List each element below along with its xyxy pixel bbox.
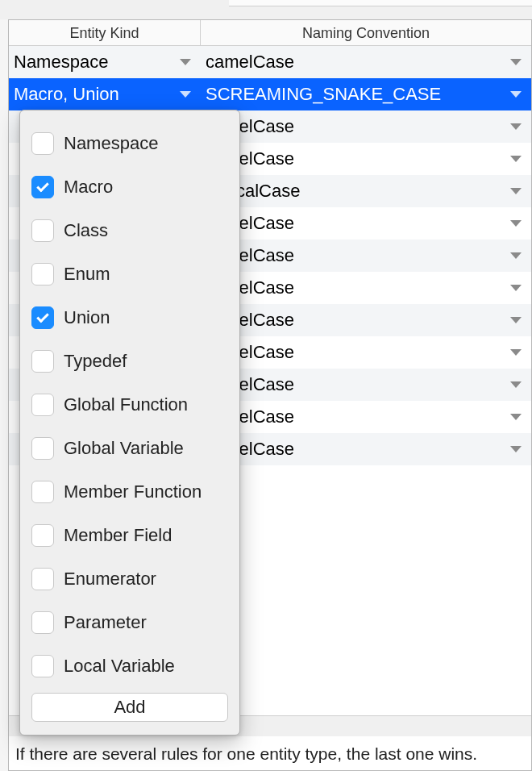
checkbox[interactable] bbox=[31, 524, 54, 547]
header-label: Naming Convention bbox=[302, 25, 430, 41]
option-label: Union bbox=[64, 307, 110, 328]
entity-kind-option[interactable]: Member Field bbox=[31, 514, 228, 557]
entity-kind-value: Macro, Union bbox=[14, 84, 119, 105]
table-header: Entity Kind Naming Convention bbox=[9, 20, 531, 46]
checkbox[interactable] bbox=[31, 176, 54, 198]
convention-cell[interactable]: SCREAMING_SNAKE_CASE bbox=[201, 78, 531, 110]
top-background bbox=[0, 0, 532, 19]
chevron-down-icon bbox=[510, 123, 522, 130]
footer-hint: If there are several rules for one entit… bbox=[15, 744, 477, 764]
entity-kind-option[interactable]: Local Variable bbox=[31, 644, 228, 688]
header-entity-kind[interactable]: Entity Kind bbox=[9, 20, 201, 45]
entity-kind-option[interactable]: Parameter bbox=[31, 601, 228, 644]
add-button-label: Add bbox=[114, 697, 145, 718]
convention-cell[interactable]: camelCase bbox=[201, 240, 531, 272]
chevron-down-icon bbox=[510, 220, 522, 227]
table-row[interactable]: Macro, UnionSCREAMING_SNAKE_CASE bbox=[9, 78, 531, 110]
entity-kind-option[interactable]: Global Function bbox=[31, 383, 228, 427]
option-label: Enumerator bbox=[64, 569, 156, 590]
convention-value: SCREAMING_SNAKE_CASE bbox=[206, 84, 441, 105]
convention-cell[interactable]: camelCase bbox=[201, 369, 531, 401]
checkbox[interactable] bbox=[31, 132, 54, 155]
chevron-down-icon bbox=[510, 349, 522, 356]
checkbox[interactable] bbox=[31, 568, 54, 590]
entity-kind-popup: NamespaceMacroClassEnumUnionTypedefGloba… bbox=[19, 110, 240, 736]
option-label: Namespace bbox=[64, 133, 158, 154]
entity-kind-option[interactable]: Class bbox=[31, 209, 228, 252]
entity-kind-option[interactable]: Union bbox=[31, 296, 228, 340]
chevron-down-icon bbox=[510, 317, 522, 323]
convention-cell[interactable]: camelCase bbox=[201, 207, 531, 240]
option-label: Local Variable bbox=[64, 656, 175, 677]
option-label: Enum bbox=[64, 264, 110, 285]
top-field-sliver bbox=[229, 0, 532, 6]
convention-cell[interactable]: camelCase bbox=[201, 110, 531, 143]
footer-hint-text: If there are several rules for one entit… bbox=[15, 744, 477, 763]
option-label: Member Field bbox=[64, 525, 172, 546]
entity-kind-cell[interactable]: Namespace bbox=[9, 46, 201, 78]
chevron-down-icon bbox=[510, 91, 522, 98]
entity-kind-cell[interactable]: Macro, Union bbox=[9, 78, 201, 110]
entity-kind-option[interactable]: Namespace bbox=[31, 122, 228, 165]
convention-cell[interactable]: camelCase bbox=[201, 336, 531, 369]
chevron-down-icon bbox=[510, 59, 522, 65]
checkbox[interactable] bbox=[31, 394, 54, 416]
entity-kind-option[interactable]: Typedef bbox=[31, 340, 228, 383]
checkbox[interactable] bbox=[31, 350, 54, 373]
header-naming-convention[interactable]: Naming Convention bbox=[201, 20, 531, 45]
option-label: Class bbox=[64, 220, 108, 241]
checkmark-icon bbox=[36, 310, 49, 323]
chevron-down-icon bbox=[510, 252, 522, 259]
checkbox[interactable] bbox=[31, 306, 54, 329]
header-label: Entity Kind bbox=[69, 25, 139, 41]
convention-value: camelCase bbox=[206, 52, 294, 73]
option-label: Macro bbox=[64, 177, 113, 198]
checkbox[interactable] bbox=[31, 611, 54, 634]
convention-cell[interactable]: camelCase bbox=[201, 433, 531, 465]
entity-kind-option[interactable]: Enumerator bbox=[31, 557, 228, 601]
chevron-down-icon bbox=[510, 414, 522, 420]
checkbox[interactable] bbox=[31, 655, 54, 677]
add-button[interactable]: Add bbox=[31, 693, 228, 722]
option-label: Member Function bbox=[64, 481, 202, 502]
convention-cell[interactable]: camelCase bbox=[201, 143, 531, 175]
convention-cell[interactable]: camelCase bbox=[201, 304, 531, 336]
option-label: Parameter bbox=[64, 612, 147, 633]
entity-kind-option[interactable]: Enum bbox=[31, 252, 228, 296]
chevron-down-icon bbox=[510, 381, 522, 388]
chevron-down-icon bbox=[510, 446, 522, 452]
convention-cell[interactable]: PascalCase bbox=[201, 175, 531, 207]
checkbox[interactable] bbox=[31, 219, 54, 242]
convention-cell[interactable]: camelCase bbox=[201, 46, 531, 78]
option-label: Typedef bbox=[64, 351, 127, 372]
convention-cell[interactable]: camelCase bbox=[201, 401, 531, 433]
entity-kind-option[interactable]: Member Function bbox=[31, 470, 228, 514]
entity-kind-option[interactable]: Macro bbox=[31, 165, 228, 209]
checkmark-icon bbox=[36, 180, 49, 193]
checkbox[interactable] bbox=[31, 481, 54, 503]
entity-kind-option[interactable]: Global Variable bbox=[31, 427, 228, 470]
chevron-down-icon bbox=[180, 59, 191, 65]
option-label: Global Variable bbox=[64, 438, 184, 459]
checkbox[interactable] bbox=[31, 263, 54, 285]
checkbox[interactable] bbox=[31, 437, 54, 460]
convention-cell[interactable]: camelCase bbox=[201, 272, 531, 304]
table-row[interactable]: NamespacecamelCase bbox=[9, 46, 531, 78]
entity-kind-value: Namespace bbox=[14, 52, 108, 73]
chevron-down-icon bbox=[510, 285, 522, 291]
chevron-down-icon bbox=[510, 156, 522, 162]
chevron-down-icon bbox=[180, 91, 191, 98]
option-label: Global Function bbox=[64, 394, 188, 415]
chevron-down-icon bbox=[510, 188, 522, 194]
